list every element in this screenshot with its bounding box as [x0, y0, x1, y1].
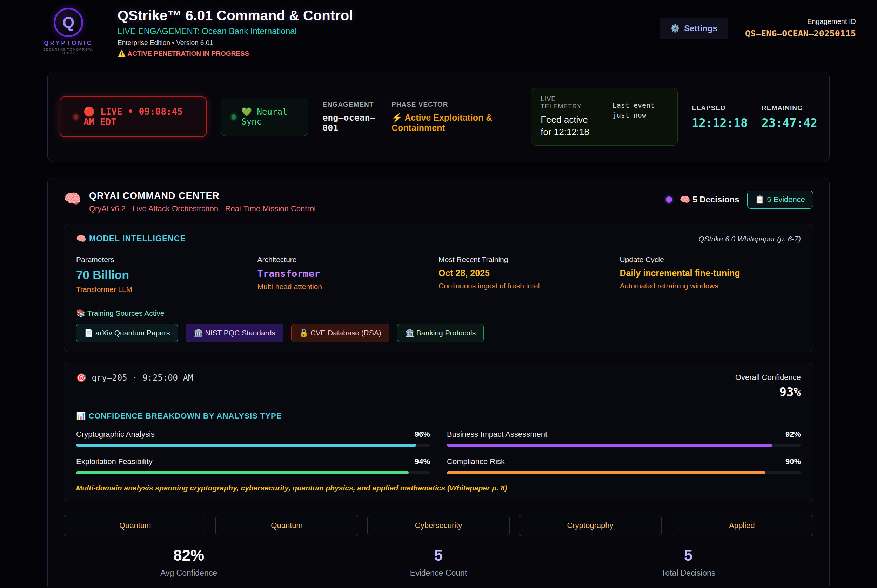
stat-value: 5	[313, 547, 564, 564]
source-badge-banking: 🏦 Banking Protocols	[397, 324, 484, 342]
stat-label: Total Decisions	[564, 568, 813, 578]
bar-track	[447, 471, 801, 474]
elapsed-field: ELAPSED 12:12:18	[692, 104, 748, 130]
engagement-id-label: Engagement ID	[745, 18, 856, 26]
decision-panel: 🎯 qry–205 · 9:25:00 AM Overall Confidenc…	[64, 363, 813, 502]
stat-value: 82%	[64, 547, 313, 564]
stat-sub: Multi-head attention	[258, 282, 439, 291]
bar-percent: 94%	[415, 457, 430, 466]
stat-label: Architecture	[258, 255, 439, 264]
stat-sub: Continuous ingest of fresh intel	[439, 282, 620, 290]
brand-logo: Q QRYPTONIC SECURING TOMORROW, TODAY	[39, 8, 98, 55]
engagement-id-value: QS–ENG–OCEAN–20250115	[745, 28, 856, 39]
bar-label: Cryptographic Analysis	[76, 430, 155, 439]
command-center-subtitle: QryAI v6.2 - Live Attack Orchestration -…	[89, 204, 316, 213]
decision-id: 🎯 qry–205 · 9:25:00 AM	[76, 373, 193, 383]
telemetry-value: Feed active for 12:12:18	[541, 114, 597, 138]
stat-parameters: Parameters 70 Billion Transformer LLM	[76, 255, 258, 294]
bar-track	[76, 444, 430, 447]
bar-track	[447, 444, 801, 447]
bar-fill	[447, 471, 765, 474]
stat-update-cycle: Update Cycle Daily incremental fine-tuni…	[620, 255, 801, 294]
bar-fill	[447, 444, 772, 447]
bar-exploitation-feasibility: Exploitation Feasibility 94%	[76, 457, 430, 474]
decisions-count-badge: 🧠 5 Decisions	[680, 195, 739, 204]
domain-chip-quantum-1[interactable]: Quantum	[64, 515, 206, 536]
engagement-subtitle: LIVE ENGAGEMENT: Ocean Bank Internationa…	[117, 26, 660, 36]
stat-architecture: Architecture Transformer Multi-head atte…	[258, 255, 439, 294]
live-status-pill: 🔴 LIVE • 09:08:45 AM EDT	[60, 96, 207, 137]
live-clock: 🔴 LIVE • 09:08:45 AM EDT	[84, 106, 193, 128]
app-header: Q QRYPTONIC SECURING TOMORROW, TODAY QSt…	[0, 0, 877, 58]
overall-confidence-label: Overall Confidence	[735, 373, 801, 382]
analysis-footnote: Multi-domain analysis spanning cryptogra…	[76, 484, 801, 492]
domain-chip-cryptography[interactable]: Cryptography	[519, 515, 661, 536]
neural-sync-pill: 💚 Neural Sync	[220, 98, 308, 136]
domain-chip-quantum-2[interactable]: Quantum	[215, 515, 358, 536]
telemetry-label: LIVE TELEMETRY	[541, 95, 597, 110]
phase-vector-label: PHASE VECTOR	[391, 101, 517, 108]
stat-label: Most Recent Training	[439, 255, 620, 264]
bar-percent: 90%	[786, 457, 801, 466]
model-intelligence-panel: 🧠 MODEL INTELLIGENCE QStrike 6.0 Whitepa…	[64, 224, 813, 352]
settings-label: Settings	[684, 24, 717, 33]
stat-value: Transformer	[258, 268, 439, 279]
training-sources-label: 📚 Training Sources Active	[76, 309, 801, 318]
qryai-command-center: 🧠 QRYAI COMMAND CENTER QryAI v6.2 - Live…	[47, 177, 830, 588]
engagement-label: ENGAGEMENT	[322, 101, 378, 108]
stat-recent-training: Most Recent Training Oct 28, 2025 Contin…	[439, 255, 620, 294]
logo-q-icon: Q	[54, 8, 83, 37]
stat-label: Evidence Count	[313, 568, 564, 578]
stat-label: Update Cycle	[620, 255, 801, 264]
engagement-field: ENGAGEMENT eng–ocean–001	[322, 101, 378, 133]
stat-value: Oct 28, 2025	[439, 268, 620, 278]
domain-chip-applied[interactable]: Applied	[671, 515, 813, 536]
elapsed-value: 12:12:18	[692, 116, 748, 130]
remaining-label: REMAINING	[762, 104, 817, 112]
stat-label: Avg Confidence	[64, 568, 313, 578]
edition-version: Enterprise Edition • Version 6.01	[117, 39, 660, 46]
live-dot-icon	[73, 114, 78, 120]
neural-sync-label: 💚 Neural Sync	[241, 107, 297, 127]
sync-dot-icon	[231, 114, 236, 120]
phase-vector-value: ⚡ Active Exploitation & Containment	[391, 112, 517, 133]
source-badge-cve: 🔓 CVE Database (RSA)	[291, 324, 390, 342]
stat-total-decisions: 5 Total Decisions	[564, 547, 813, 578]
command-center-title: QRYAI COMMAND CENTER	[89, 190, 316, 201]
bar-fill	[76, 444, 416, 447]
model-intelligence-heading: 🧠 MODEL INTELLIGENCE	[76, 234, 186, 243]
evidence-count-badge[interactable]: 📋 5 Evidence	[747, 190, 813, 209]
bar-fill	[76, 471, 409, 474]
stat-sub: Transformer LLM	[76, 285, 258, 294]
stat-value: 70 Billion	[76, 268, 258, 282]
status-bar: 🔴 LIVE • 09:08:45 AM EDT 💚 Neural Sync E…	[47, 72, 830, 162]
gear-icon: ⚙️	[670, 24, 680, 33]
decisions-dot-icon	[666, 196, 672, 203]
bar-cryptographic-analysis: Cryptographic Analysis 96%	[76, 430, 430, 447]
logo-letter: Q	[63, 14, 74, 31]
stat-value: Daily incremental fine-tuning	[620, 268, 801, 278]
bar-label: Compliance Risk	[447, 457, 505, 466]
stat-evidence-count: 5 Evidence Count	[313, 547, 564, 578]
engagement-value: eng–ocean–001	[322, 112, 378, 133]
source-badge-arxiv: 📄 arXiv Quantum Papers	[76, 324, 178, 342]
bar-percent: 92%	[786, 430, 801, 439]
bar-label: Business Impact Assessment	[447, 430, 547, 439]
whitepaper-reference: QStrike 6.0 Whitepaper (p. 6-7)	[699, 235, 801, 243]
live-telemetry-panel: LIVE TELEMETRY Feed active for 12:12:18 …	[531, 88, 678, 146]
brain-icon: 🧠	[64, 190, 81, 207]
bar-business-impact: Business Impact Assessment 92%	[447, 430, 801, 447]
domain-chip-cybersecurity[interactable]: Cybersecurity	[367, 515, 510, 536]
active-penetration-alert: ⚠️ ACTIVE PENETRATION IN PROGRESS	[117, 50, 660, 57]
stat-avg-confidence: 82% Avg Confidence	[64, 547, 313, 578]
bar-percent: 96%	[415, 430, 430, 439]
overall-confidence-value: 93%	[735, 385, 801, 399]
settings-button[interactable]: ⚙️ Settings	[660, 18, 728, 39]
brand-tagline: SECURING TOMORROW, TODAY	[39, 48, 98, 55]
remaining-value: 23:47:42	[762, 116, 817, 130]
bar-label: Exploitation Feasibility	[76, 457, 153, 466]
brand-name: QRYPTONIC	[39, 40, 98, 46]
confidence-breakdown-heading: 📊 CONFIDENCE BREAKDOWN BY ANALYSIS TYPE	[76, 411, 801, 421]
bar-track	[76, 471, 430, 474]
stat-sub: Automated retraining windows	[620, 282, 801, 290]
